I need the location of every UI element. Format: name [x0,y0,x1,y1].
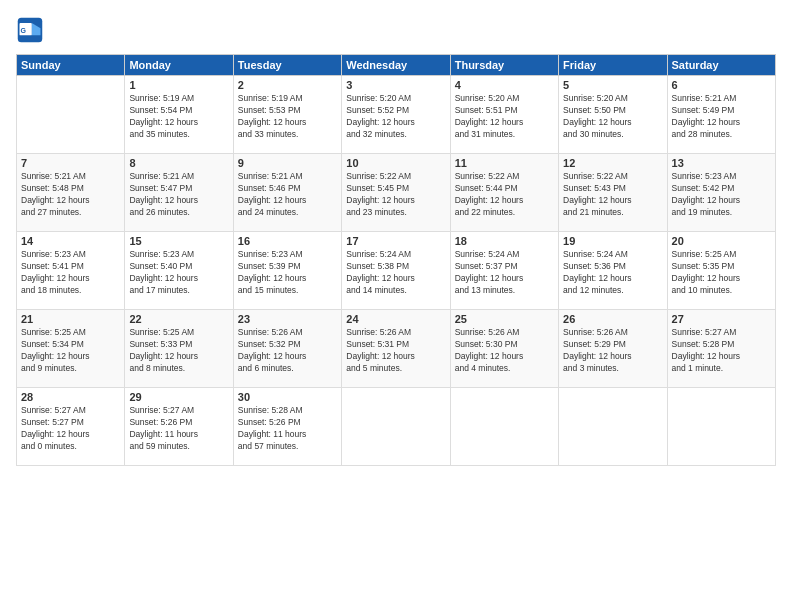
day-info: Sunrise: 5:21 AM Sunset: 5:46 PM Dayligh… [238,171,337,219]
day-number: 12 [563,157,662,169]
day-cell: 4Sunrise: 5:20 AM Sunset: 5:51 PM Daylig… [450,76,558,154]
day-number: 25 [455,313,554,325]
header: G [16,16,776,44]
day-number: 6 [672,79,771,91]
day-cell: 24Sunrise: 5:26 AM Sunset: 5:31 PM Dayli… [342,310,450,388]
day-info: Sunrise: 5:26 AM Sunset: 5:30 PM Dayligh… [455,327,554,375]
day-info: Sunrise: 5:19 AM Sunset: 5:54 PM Dayligh… [129,93,228,141]
day-info: Sunrise: 5:20 AM Sunset: 5:51 PM Dayligh… [455,93,554,141]
week-row-3: 14Sunrise: 5:23 AM Sunset: 5:41 PM Dayli… [17,232,776,310]
day-cell [342,388,450,466]
day-number: 16 [238,235,337,247]
week-row-5: 28Sunrise: 5:27 AM Sunset: 5:27 PM Dayli… [17,388,776,466]
day-cell: 17Sunrise: 5:24 AM Sunset: 5:38 PM Dayli… [342,232,450,310]
day-info: Sunrise: 5:21 AM Sunset: 5:47 PM Dayligh… [129,171,228,219]
weekday-header-monday: Monday [125,55,233,76]
day-number: 18 [455,235,554,247]
day-info: Sunrise: 5:23 AM Sunset: 5:39 PM Dayligh… [238,249,337,297]
day-info: Sunrise: 5:23 AM Sunset: 5:42 PM Dayligh… [672,171,771,219]
day-info: Sunrise: 5:26 AM Sunset: 5:32 PM Dayligh… [238,327,337,375]
day-number: 1 [129,79,228,91]
weekday-header-wednesday: Wednesday [342,55,450,76]
day-number: 14 [21,235,120,247]
day-info: Sunrise: 5:27 AM Sunset: 5:28 PM Dayligh… [672,327,771,375]
day-number: 24 [346,313,445,325]
weekday-header-row: SundayMondayTuesdayWednesdayThursdayFrid… [17,55,776,76]
week-row-1: 1Sunrise: 5:19 AM Sunset: 5:54 PM Daylig… [17,76,776,154]
calendar-table: SundayMondayTuesdayWednesdayThursdayFrid… [16,54,776,466]
day-cell [450,388,558,466]
day-number: 22 [129,313,228,325]
day-info: Sunrise: 5:27 AM Sunset: 5:27 PM Dayligh… [21,405,120,453]
day-info: Sunrise: 5:22 AM Sunset: 5:44 PM Dayligh… [455,171,554,219]
day-cell: 13Sunrise: 5:23 AM Sunset: 5:42 PM Dayli… [667,154,775,232]
day-number: 26 [563,313,662,325]
day-cell: 30Sunrise: 5:28 AM Sunset: 5:26 PM Dayli… [233,388,341,466]
logo-icon: G [16,16,44,44]
day-number: 30 [238,391,337,403]
day-info: Sunrise: 5:24 AM Sunset: 5:37 PM Dayligh… [455,249,554,297]
weekday-header-sunday: Sunday [17,55,125,76]
day-number: 2 [238,79,337,91]
day-info: Sunrise: 5:27 AM Sunset: 5:26 PM Dayligh… [129,405,228,453]
day-cell [667,388,775,466]
day-cell: 5Sunrise: 5:20 AM Sunset: 5:50 PM Daylig… [559,76,667,154]
day-number: 23 [238,313,337,325]
day-info: Sunrise: 5:26 AM Sunset: 5:31 PM Dayligh… [346,327,445,375]
day-info: Sunrise: 5:25 AM Sunset: 5:33 PM Dayligh… [129,327,228,375]
day-cell: 20Sunrise: 5:25 AM Sunset: 5:35 PM Dayli… [667,232,775,310]
day-cell: 27Sunrise: 5:27 AM Sunset: 5:28 PM Dayli… [667,310,775,388]
day-info: Sunrise: 5:24 AM Sunset: 5:38 PM Dayligh… [346,249,445,297]
day-info: Sunrise: 5:26 AM Sunset: 5:29 PM Dayligh… [563,327,662,375]
day-info: Sunrise: 5:20 AM Sunset: 5:52 PM Dayligh… [346,93,445,141]
day-cell: 1Sunrise: 5:19 AM Sunset: 5:54 PM Daylig… [125,76,233,154]
day-cell: 12Sunrise: 5:22 AM Sunset: 5:43 PM Dayli… [559,154,667,232]
day-cell: 3Sunrise: 5:20 AM Sunset: 5:52 PM Daylig… [342,76,450,154]
day-info: Sunrise: 5:21 AM Sunset: 5:48 PM Dayligh… [21,171,120,219]
day-info: Sunrise: 5:19 AM Sunset: 5:53 PM Dayligh… [238,93,337,141]
day-cell: 9Sunrise: 5:21 AM Sunset: 5:46 PM Daylig… [233,154,341,232]
day-number: 29 [129,391,228,403]
day-cell: 18Sunrise: 5:24 AM Sunset: 5:37 PM Dayli… [450,232,558,310]
day-cell: 10Sunrise: 5:22 AM Sunset: 5:45 PM Dayli… [342,154,450,232]
day-number: 4 [455,79,554,91]
weekday-header-tuesday: Tuesday [233,55,341,76]
day-number: 15 [129,235,228,247]
weekday-header-friday: Friday [559,55,667,76]
day-info: Sunrise: 5:22 AM Sunset: 5:43 PM Dayligh… [563,171,662,219]
day-cell: 7Sunrise: 5:21 AM Sunset: 5:48 PM Daylig… [17,154,125,232]
day-number: 9 [238,157,337,169]
day-number: 17 [346,235,445,247]
day-number: 7 [21,157,120,169]
day-cell: 21Sunrise: 5:25 AM Sunset: 5:34 PM Dayli… [17,310,125,388]
day-number: 10 [346,157,445,169]
day-cell: 28Sunrise: 5:27 AM Sunset: 5:27 PM Dayli… [17,388,125,466]
weekday-header-thursday: Thursday [450,55,558,76]
logo: G [16,16,48,44]
day-info: Sunrise: 5:24 AM Sunset: 5:36 PM Dayligh… [563,249,662,297]
day-cell: 23Sunrise: 5:26 AM Sunset: 5:32 PM Dayli… [233,310,341,388]
day-number: 11 [455,157,554,169]
day-number: 21 [21,313,120,325]
day-number: 13 [672,157,771,169]
day-cell: 16Sunrise: 5:23 AM Sunset: 5:39 PM Dayli… [233,232,341,310]
day-info: Sunrise: 5:28 AM Sunset: 5:26 PM Dayligh… [238,405,337,453]
day-info: Sunrise: 5:22 AM Sunset: 5:45 PM Dayligh… [346,171,445,219]
day-info: Sunrise: 5:20 AM Sunset: 5:50 PM Dayligh… [563,93,662,141]
day-info: Sunrise: 5:25 AM Sunset: 5:34 PM Dayligh… [21,327,120,375]
day-number: 3 [346,79,445,91]
day-number: 28 [21,391,120,403]
day-cell: 22Sunrise: 5:25 AM Sunset: 5:33 PM Dayli… [125,310,233,388]
day-cell: 25Sunrise: 5:26 AM Sunset: 5:30 PM Dayli… [450,310,558,388]
day-cell [17,76,125,154]
page: G SundayMondayTuesdayWednesdayThursdayFr… [0,0,792,612]
day-info: Sunrise: 5:25 AM Sunset: 5:35 PM Dayligh… [672,249,771,297]
weekday-header-saturday: Saturday [667,55,775,76]
day-cell: 6Sunrise: 5:21 AM Sunset: 5:49 PM Daylig… [667,76,775,154]
week-row-2: 7Sunrise: 5:21 AM Sunset: 5:48 PM Daylig… [17,154,776,232]
day-number: 5 [563,79,662,91]
day-cell [559,388,667,466]
day-info: Sunrise: 5:23 AM Sunset: 5:41 PM Dayligh… [21,249,120,297]
day-info: Sunrise: 5:21 AM Sunset: 5:49 PM Dayligh… [672,93,771,141]
day-cell: 8Sunrise: 5:21 AM Sunset: 5:47 PM Daylig… [125,154,233,232]
